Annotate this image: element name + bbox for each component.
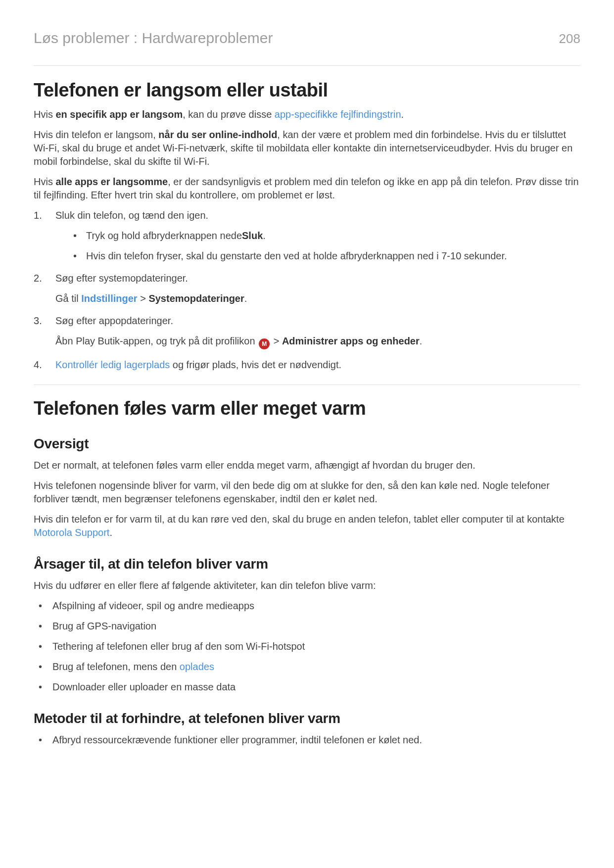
sub-bullets: Tryk og hold afbryderknappen nedeSluk. H… bbox=[55, 229, 580, 263]
text: Afspilning af videoer, spil og andre med… bbox=[52, 600, 254, 611]
paragraph: Hvis din telefon er for varm til, at du … bbox=[34, 513, 580, 539]
step-4: Kontrollér ledig lagerplads og frigør pl… bbox=[34, 358, 580, 372]
page-number: 208 bbox=[559, 31, 580, 47]
list-item: Brug af telefonen, mens den oplades bbox=[34, 660, 580, 674]
paragraph: Hvis alle apps er langsomme, er der sand… bbox=[34, 175, 580, 202]
step-1: Sluk din telefon, og tænd den igen. Tryk… bbox=[34, 209, 580, 263]
link-app-specific-troubleshooting[interactable]: app-specifikke fejlfindingstrin bbox=[275, 109, 401, 120]
bullet-list-prevent: Afbryd ressourcekrævende funktioner elle… bbox=[34, 733, 580, 747]
text: Brug af telefonen, mens den bbox=[52, 661, 180, 672]
subheading-overview: Oversigt bbox=[34, 436, 580, 452]
text: . bbox=[263, 230, 266, 241]
text: Hvis din telefon er langsom, bbox=[34, 129, 158, 140]
paragraph: Hvis telefonen nogensinde bliver for var… bbox=[34, 479, 580, 506]
text: . bbox=[109, 527, 112, 538]
text: Brug af GPS-navigation bbox=[52, 621, 156, 631]
text: Hvis din telefon fryser, skal du genstar… bbox=[86, 250, 507, 261]
link-charging[interactable]: oplades bbox=[180, 661, 214, 672]
subheading-prevent: Metoder til at forhindre, at telefonen b… bbox=[34, 711, 580, 726]
list-item: Tethering af telefonen eller brug af den… bbox=[34, 640, 580, 653]
subheading-causes: Årsager til, at din telefon bliver varm bbox=[34, 556, 580, 572]
list-item: Hvis din telefon fryser, skal du genstar… bbox=[55, 249, 580, 263]
sub-line: Gå til Indstillinger > Systemopdateringe… bbox=[55, 292, 580, 305]
list-item: Brug af GPS-navigation bbox=[34, 620, 580, 633]
bullet-list-causes: Afspilning af videoer, spil og andre med… bbox=[34, 599, 580, 694]
paragraph: Hvis din telefon er langsom, når du ser … bbox=[34, 128, 580, 168]
page-header: Løs problemer : Hardwareproblemer 208 bbox=[34, 30, 580, 47]
step-2: Søg efter systemopdateringer. Gå til Ind… bbox=[34, 272, 580, 305]
link-settings[interactable]: Indstillinger bbox=[81, 293, 137, 304]
step-text: Sluk din telefon, og tænd den igen. bbox=[55, 210, 208, 221]
section-title-slow-phone: Telefonen er langsom eller ustabil bbox=[34, 80, 580, 101]
text-bold: Administrer apps og enheder bbox=[282, 336, 420, 346]
text: , kan du prøve disse bbox=[183, 109, 275, 120]
link-check-storage[interactable]: Kontrollér ledig lagerplads bbox=[55, 359, 170, 370]
page: Løs problemer : Hardwareproblemer 208 Te… bbox=[0, 0, 614, 868]
paragraph: Det er normalt, at telefonen føles varm … bbox=[34, 459, 580, 472]
text: Downloader eller uploader en masse data bbox=[52, 681, 236, 692]
text: Hvis bbox=[34, 109, 55, 120]
text: > bbox=[138, 293, 149, 304]
text-bold: Sluk bbox=[242, 230, 263, 241]
text-bold: en specifik app er langsom bbox=[55, 109, 183, 120]
step-text: Søg efter appopdateringer. bbox=[55, 315, 173, 326]
text: Hvis din telefon er for varm til, at du … bbox=[34, 514, 565, 525]
text: og frigør plads, hvis det er nødvendigt. bbox=[170, 359, 341, 370]
text: Hvis bbox=[34, 176, 55, 187]
divider bbox=[34, 65, 580, 66]
link-motorola-support[interactable]: Motorola Support bbox=[34, 527, 109, 538]
paragraph: Hvis du udfører en eller flere af følgen… bbox=[34, 579, 580, 592]
list-item: Afspilning af videoer, spil og andre med… bbox=[34, 599, 580, 613]
text-bold: alle apps er langsomme bbox=[55, 176, 168, 187]
list-item: Downloader eller uploader en masse data bbox=[34, 680, 580, 694]
text: Tethering af telefonen eller brug af den… bbox=[52, 641, 305, 652]
text: Afbryd ressourcekrævende funktioner elle… bbox=[52, 734, 422, 745]
text: . bbox=[401, 109, 404, 120]
text: Åbn Play Butik-appen, og tryk på dit pro… bbox=[55, 336, 258, 346]
breadcrumb: Løs problemer : Hardwareproblemer bbox=[34, 30, 273, 47]
text-bold: Systemopdateringer bbox=[148, 293, 244, 304]
profile-icon: M bbox=[259, 338, 270, 349]
text: . bbox=[420, 336, 423, 346]
divider bbox=[34, 385, 580, 385]
text: . bbox=[244, 293, 247, 304]
paragraph: Hvis en specifik app er langsom, kan du … bbox=[34, 108, 580, 121]
step-3: Søg efter appopdateringer. Åbn Play Buti… bbox=[34, 314, 580, 349]
text: > bbox=[271, 336, 282, 346]
list-item: Afbryd ressourcekrævende funktioner elle… bbox=[34, 733, 580, 747]
text: Tryk og hold afbryderknappen nede bbox=[86, 230, 242, 241]
sub-line: Åbn Play Butik-appen, og tryk på dit pro… bbox=[55, 335, 580, 349]
section-title-phone-warm: Telefonen føles varm eller meget varm bbox=[34, 398, 580, 419]
text-bold: når du ser online-indhold bbox=[158, 129, 277, 140]
step-text: Søg efter systemopdateringer. bbox=[55, 273, 188, 284]
text: Gå til bbox=[55, 293, 81, 304]
list-item: Tryk og hold afbryderknappen nedeSluk. bbox=[55, 229, 580, 242]
ordered-steps: Sluk din telefon, og tænd den igen. Tryk… bbox=[34, 209, 580, 372]
